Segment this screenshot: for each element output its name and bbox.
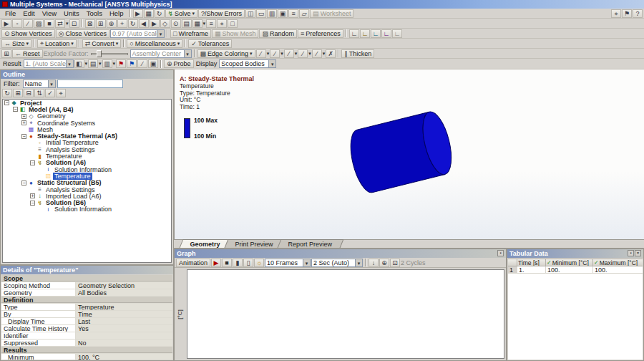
box-zoom-icon[interactable]: ⊞ (96, 19, 106, 28)
dropdown-arrow-icon[interactable]: ▾ (303, 259, 310, 266)
miscellaneous-button[interactable]: ○ Miscellaneous ▾ (127, 39, 182, 48)
edge-option-2-icon[interactable]: ∟ (360, 29, 370, 38)
edge-color-connection-icon[interactable]: ∕ (270, 49, 280, 58)
miscellaneous-dropdown-icon[interactable]: ▾ (177, 41, 180, 47)
select-face-icon[interactable]: ▨ (34, 19, 44, 28)
animation-strip-icon[interactable]: ▮ (233, 259, 243, 267)
annotation-icon[interactable]: ▭ (256, 9, 266, 18)
details-section-results[interactable]: Results (1, 347, 172, 354)
show-errors-button[interactable]: ?/Show Errors (198, 9, 245, 18)
solve-button[interactable]: ↯ Solve ▾ (165, 9, 198, 18)
tree-item-project[interactable]: −◆Project (3, 100, 171, 106)
edge-color-crosssection-icon[interactable]: ∕ (312, 49, 322, 58)
pan-icon[interactable]: + (117, 19, 127, 28)
tree-item-geometry[interactable]: +◇Geometry (3, 113, 171, 120)
size-button[interactable]: ↔ Size ▾ (1, 39, 31, 48)
select-edge-icon[interactable]: ∕ (23, 19, 33, 28)
box-select-icon[interactable]: ⊡ (69, 19, 79, 28)
menu-help[interactable]: Help (106, 9, 127, 17)
duration-select[interactable]: 2 Sec (Auto) ▾ (311, 259, 363, 267)
wireframe-button[interactable]: □ Wireframe (170, 29, 211, 38)
tabular-row[interactable]: 11.100.100. (508, 266, 643, 274)
tabular-panel-close-button[interactable]: × (635, 250, 641, 256)
assembly-center-select[interactable]: Assembly Center ▾ (130, 49, 192, 58)
select-body-icon[interactable]: ■ (44, 19, 54, 28)
deformation-scale-dropdown-icon[interactable]: ▾ (85, 61, 88, 67)
show-vertices-button[interactable]: ⊙ Show Vertices (1, 29, 55, 38)
details-row-value[interactable]: Geometry Selection (76, 282, 172, 289)
extend-selection-icon[interactable]: ⇄ (55, 19, 65, 28)
details-row-value[interactable]: Last (76, 318, 172, 324)
pointer-icon[interactable]: ▶ (133, 9, 143, 18)
details-row-value[interactable]: Yes (76, 325, 172, 332)
stop-animation-icon[interactable]: ■ (222, 259, 232, 267)
menu-tools[interactable]: Tools (83, 9, 106, 17)
details-row-suppressed[interactable]: SuppressedNo (1, 340, 172, 347)
model-cylinder[interactable] (346, 109, 457, 196)
manage-views-icon[interactable]: ▤ (182, 19, 192, 28)
vertex-scale-select[interactable]: 0.97 (Auto Scale) ▾ (110, 29, 165, 38)
element-display-icon[interactable]: ▥ (102, 59, 112, 68)
image-capture-icon[interactable]: ▣ (278, 9, 288, 18)
collapse-all-icon[interactable]: ⊟ (24, 89, 34, 97)
details-row-value[interactable]: Temperature (76, 304, 172, 310)
tab-geometry[interactable]: Geometry (180, 239, 232, 248)
tabular-column-minimum-c[interactable]: ✓Minimum [°C] (546, 259, 593, 266)
show-mesh-button[interactable]: ▦ Show Mesh (212, 29, 259, 38)
edge-color-part-dropdown-icon[interactable]: ▾ (295, 51, 298, 57)
select-cursor-icon[interactable]: ▶ (1, 19, 11, 28)
edge-option-4-icon[interactable]: ∟ (381, 29, 391, 38)
filter-type-select[interactable]: Name ▾ (23, 80, 56, 88)
wireframe-mode-icon[interactable]: □ (228, 19, 238, 28)
export-video-icon[interactable]: ↓ (369, 259, 379, 267)
menu-units[interactable]: Units (60, 9, 83, 17)
tree-expander-minus-icon[interactable]: − (21, 134, 26, 139)
print-icon[interactable]: ▱ (299, 9, 309, 18)
graph-panel-header[interactable]: Graph ▪ (175, 249, 506, 258)
triad-icon[interactable]: ⌖ (217, 19, 227, 28)
iso-view-icon[interactable]: ◇ (160, 19, 170, 28)
edge-option-1-icon[interactable]: ∟ (349, 29, 359, 38)
report-preview-icon[interactable]: ≡ (288, 9, 298, 18)
tabular-panel-header[interactable]: Tabular Data ▪ × (507, 249, 643, 258)
help-topics-icon[interactable]: ? (633, 9, 643, 18)
capped-isosurface-icon[interactable]: ▣ (148, 59, 158, 68)
select-vertex-icon[interactable]: ◦ (12, 19, 22, 28)
edge-color-connection-dropdown-icon[interactable]: ▾ (280, 51, 283, 57)
refresh-data-icon[interactable]: ↻ (155, 9, 165, 18)
viewports-dropdown-icon[interactable]: ▾ (203, 21, 206, 27)
title-bar[interactable]: Multiple Systems - Mechanical [ANSYS Mul… (0, 0, 644, 9)
tree-expander-minus-icon[interactable]: − (30, 160, 35, 165)
tree-item-temperature[interactable]: ▮Temperature (3, 153, 171, 159)
details-panel-header[interactable]: Details of "Temperature" (1, 266, 173, 274)
convert-dropdown-icon[interactable]: ▾ (116, 41, 119, 47)
tree-expander-plus-icon[interactable]: + (30, 193, 35, 198)
outline-panel-header[interactable]: Outline (1, 70, 173, 79)
tree-expander-plus-icon[interactable]: + (21, 120, 26, 125)
min-annotation-icon[interactable]: ⚑ (127, 59, 137, 68)
details-row-by[interactable]: ByTime (1, 311, 172, 318)
tolerances-button[interactable]: ✓ Tolerances (188, 39, 232, 48)
close-vertices-button[interactable]: ◎ Close Vertices (56, 29, 109, 38)
details-row-identifier[interactable]: Identifier (1, 332, 172, 340)
details-row-value[interactable]: No (76, 340, 172, 346)
row-index-cell[interactable]: 1 (508, 266, 517, 274)
tabular-cell[interactable]: 1. (517, 266, 546, 274)
convert-button[interactable]: ⇄ Convert ▾ (82, 39, 122, 48)
pan-graph-icon[interactable]: ⊡ (390, 259, 400, 267)
edge-color-body-icon[interactable]: ∕ (256, 49, 266, 58)
scoped-bodies-select[interactable]: Scoped Bodies ▾ (219, 59, 276, 68)
element-display-dropdown-icon[interactable]: ▾ (113, 61, 116, 67)
frames-select[interactable]: 10 Frames ▾ (265, 259, 311, 267)
search-tree-icon[interactable]: ⌖ (56, 89, 66, 97)
details-row-value[interactable] (76, 332, 172, 339)
tabular-column-time-s[interactable]: Time [s] (517, 259, 546, 266)
size-dropdown-icon[interactable]: ▾ (26, 41, 29, 47)
reset-explode-button[interactable]: ← Reset (12, 49, 43, 58)
ruler-icon[interactable]: ≡ (206, 19, 216, 28)
sort-tree-icon[interactable]: ⇅ (34, 89, 44, 97)
reset-edge-colors-icon[interactable]: ✗ (326, 49, 336, 58)
graph-plot-area[interactable] (187, 269, 504, 359)
tabular-corner-cell[interactable] (508, 259, 517, 266)
menu-edit[interactable]: Edit (19, 9, 38, 17)
